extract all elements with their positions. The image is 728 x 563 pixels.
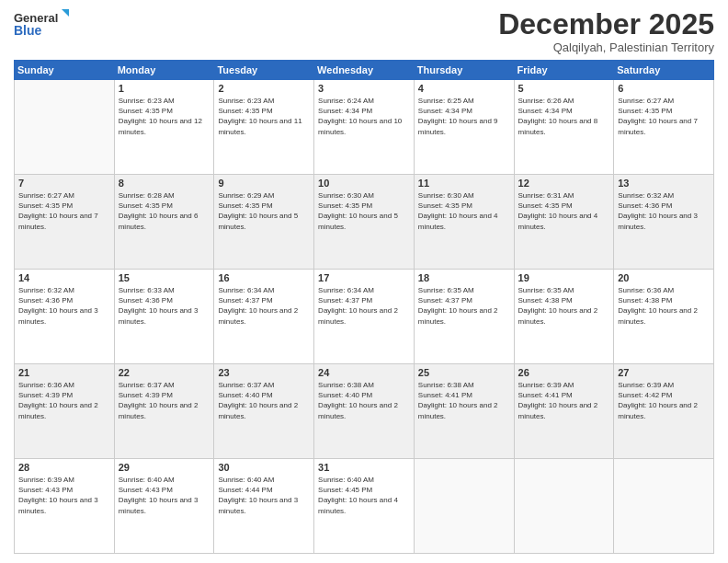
day-number: 9 (218, 178, 310, 189)
day-number: 15 (119, 272, 210, 283)
day-info: Sunrise: 6:30 AMSunset: 4:35 PMDaylight:… (418, 191, 498, 231)
day-info: Sunrise: 6:32 AMSunset: 4:36 PMDaylight:… (618, 191, 698, 231)
day-number: 17 (318, 272, 410, 283)
calendar-cell: 9 Sunrise: 6:29 AMSunset: 4:35 PMDayligh… (214, 175, 314, 270)
day-number: 8 (119, 178, 210, 189)
title-block: December 2025 Qalqilyah, Palestinian Ter… (498, 9, 714, 54)
weekday-header: Thursday (414, 61, 514, 80)
calendar-cell: 3 Sunrise: 6:24 AMSunset: 4:34 PMDayligh… (314, 80, 415, 175)
calendar-cell: 14 Sunrise: 6:32 AMSunset: 4:36 PMDaylig… (15, 270, 115, 364)
header: General Blue December 2025 Qalqilyah, Pa… (14, 9, 714, 54)
subtitle: Qalqilyah, Palestinian Territory (498, 40, 714, 54)
day-number: 18 (418, 272, 510, 283)
day-number: 12 (518, 178, 610, 189)
calendar-cell: 6 Sunrise: 6:27 AMSunset: 4:35 PMDayligh… (614, 80, 714, 175)
calendar-cell: 17 Sunrise: 6:34 AMSunset: 4:37 PMDaylig… (314, 270, 415, 364)
day-info: Sunrise: 6:34 AMSunset: 4:37 PMDaylight:… (318, 286, 398, 326)
calendar-cell: 4 Sunrise: 6:25 AMSunset: 4:34 PMDayligh… (414, 80, 514, 175)
calendar-cell: 11 Sunrise: 6:30 AMSunset: 4:35 PMDaylig… (414, 175, 514, 270)
day-number: 26 (518, 367, 610, 378)
calendar-cell: 27 Sunrise: 6:39 AMSunset: 4:42 PMDaylig… (614, 364, 714, 459)
calendar-cell: 2 Sunrise: 6:23 AMSunset: 4:35 PMDayligh… (214, 80, 314, 175)
calendar-week-row: 1 Sunrise: 6:23 AMSunset: 4:35 PMDayligh… (15, 80, 714, 175)
calendar-cell: 26 Sunrise: 6:39 AMSunset: 4:41 PMDaylig… (514, 364, 614, 459)
day-info: Sunrise: 6:35 AMSunset: 4:37 PMDaylight:… (418, 286, 498, 326)
calendar-week-row: 7 Sunrise: 6:27 AMSunset: 4:35 PMDayligh… (15, 175, 714, 270)
day-number: 4 (418, 83, 510, 94)
day-info: Sunrise: 6:36 AMSunset: 4:39 PMDaylight:… (18, 381, 98, 420)
calendar-cell: 30 Sunrise: 6:40 AMSunset: 4:44 PMDaylig… (214, 459, 314, 554)
day-info: Sunrise: 6:38 AMSunset: 4:40 PMDaylight:… (318, 381, 398, 420)
logo: General Blue (14, 9, 69, 39)
day-number: 27 (618, 367, 710, 378)
calendar-cell: 15 Sunrise: 6:33 AMSunset: 4:36 PMDaylig… (114, 270, 214, 364)
day-info: Sunrise: 6:23 AMSunset: 4:35 PMDaylight:… (119, 97, 202, 136)
day-number: 25 (418, 367, 510, 378)
day-info: Sunrise: 6:34 AMSunset: 4:37 PMDaylight:… (218, 286, 298, 326)
calendar-cell: 28 Sunrise: 6:39 AMSunset: 4:43 PMDaylig… (15, 459, 115, 554)
day-info: Sunrise: 6:24 AMSunset: 4:34 PMDaylight:… (318, 97, 402, 136)
calendar-cell: 8 Sunrise: 6:28 AMSunset: 4:35 PMDayligh… (114, 175, 214, 270)
day-info: Sunrise: 6:30 AMSunset: 4:35 PMDaylight:… (318, 191, 398, 231)
calendar-cell: 5 Sunrise: 6:26 AMSunset: 4:34 PMDayligh… (514, 80, 614, 175)
day-info: Sunrise: 6:40 AMSunset: 4:43 PMDaylight:… (119, 476, 199, 515)
day-info: Sunrise: 6:37 AMSunset: 4:40 PMDaylight:… (218, 381, 298, 420)
calendar-cell: 19 Sunrise: 6:35 AMSunset: 4:38 PMDaylig… (514, 270, 614, 364)
day-number: 24 (318, 367, 410, 378)
day-number: 28 (18, 462, 110, 473)
weekday-header: Saturday (614, 61, 714, 80)
day-info: Sunrise: 6:40 AMSunset: 4:45 PMDaylight:… (318, 476, 398, 515)
day-number: 5 (518, 83, 610, 94)
calendar-cell (514, 459, 614, 554)
day-info: Sunrise: 6:27 AMSunset: 4:35 PMDaylight:… (18, 191, 98, 231)
day-number: 6 (618, 83, 710, 94)
day-number: 19 (518, 272, 610, 283)
calendar-week-row: 28 Sunrise: 6:39 AMSunset: 4:43 PMDaylig… (15, 459, 714, 554)
day-info: Sunrise: 6:40 AMSunset: 4:44 PMDaylight:… (218, 476, 298, 515)
day-number: 23 (218, 367, 310, 378)
calendar-cell: 13 Sunrise: 6:32 AMSunset: 4:36 PMDaylig… (614, 175, 714, 270)
calendar-table: SundayMondayTuesdayWednesdayThursdayFrid… (14, 60, 714, 554)
day-info: Sunrise: 6:38 AMSunset: 4:41 PMDaylight:… (418, 381, 498, 420)
calendar-cell (414, 459, 514, 554)
day-info: Sunrise: 6:35 AMSunset: 4:38 PMDaylight:… (518, 286, 598, 326)
page: General Blue December 2025 Qalqilyah, Pa… (0, 0, 728, 563)
day-info: Sunrise: 6:23 AMSunset: 4:35 PMDaylight:… (218, 97, 301, 136)
day-number: 22 (119, 367, 210, 378)
day-info: Sunrise: 6:26 AMSunset: 4:34 PMDaylight:… (518, 97, 598, 136)
svg-text:Blue: Blue (14, 23, 42, 38)
day-info: Sunrise: 6:31 AMSunset: 4:35 PMDaylight:… (518, 191, 598, 231)
day-number: 7 (18, 178, 110, 189)
day-number: 31 (318, 462, 410, 473)
day-number: 13 (618, 178, 710, 189)
calendar-cell: 20 Sunrise: 6:36 AMSunset: 4:38 PMDaylig… (614, 270, 714, 364)
calendar-cell: 22 Sunrise: 6:37 AMSunset: 4:39 PMDaylig… (114, 364, 214, 459)
day-number: 3 (318, 83, 410, 94)
calendar-cell: 25 Sunrise: 6:38 AMSunset: 4:41 PMDaylig… (414, 364, 514, 459)
weekday-header: Sunday (15, 61, 115, 80)
day-number: 10 (318, 178, 410, 189)
day-info: Sunrise: 6:25 AMSunset: 4:34 PMDaylight:… (418, 97, 498, 136)
calendar-cell: 23 Sunrise: 6:37 AMSunset: 4:40 PMDaylig… (214, 364, 314, 459)
day-number: 14 (18, 272, 110, 283)
day-number: 21 (18, 367, 110, 378)
calendar-cell (15, 80, 115, 175)
logo-svg: General Blue (14, 9, 69, 39)
day-number: 2 (218, 83, 310, 94)
day-info: Sunrise: 6:36 AMSunset: 4:38 PMDaylight:… (618, 286, 698, 326)
calendar-cell: 10 Sunrise: 6:30 AMSunset: 4:35 PMDaylig… (314, 175, 415, 270)
calendar-cell: 1 Sunrise: 6:23 AMSunset: 4:35 PMDayligh… (114, 80, 214, 175)
calendar-cell (614, 459, 714, 554)
month-title: December 2025 (498, 9, 714, 39)
calendar-cell: 16 Sunrise: 6:34 AMSunset: 4:37 PMDaylig… (214, 270, 314, 364)
calendar-cell: 29 Sunrise: 6:40 AMSunset: 4:43 PMDaylig… (114, 459, 214, 554)
weekday-header: Friday (514, 61, 614, 80)
day-info: Sunrise: 6:32 AMSunset: 4:36 PMDaylight:… (18, 286, 98, 326)
calendar-week-row: 14 Sunrise: 6:32 AMSunset: 4:36 PMDaylig… (15, 270, 714, 364)
calendar-week-row: 21 Sunrise: 6:36 AMSunset: 4:39 PMDaylig… (15, 364, 714, 459)
day-number: 16 (218, 272, 310, 283)
day-info: Sunrise: 6:33 AMSunset: 4:36 PMDaylight:… (119, 286, 199, 326)
day-number: 29 (119, 462, 210, 473)
day-number: 11 (418, 178, 510, 189)
calendar-cell: 24 Sunrise: 6:38 AMSunset: 4:40 PMDaylig… (314, 364, 415, 459)
